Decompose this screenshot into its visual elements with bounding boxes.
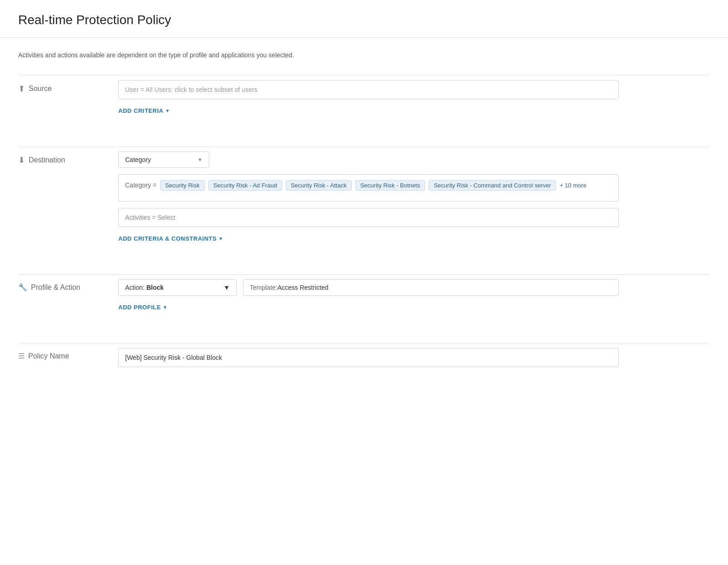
profile-action-section: 🔧 Profile & Action Action: Block ▼ Templ…: [18, 279, 710, 325]
destination-section: ⬇ Destination Category ▼ Category = Secu…: [18, 151, 710, 256]
tag-security-risk[interactable]: Security Risk: [160, 180, 205, 191]
profile-action-label: 🔧 Profile & Action: [18, 279, 118, 292]
source-icon: ⬆: [18, 84, 25, 94]
profile-action-content: Action: Block ▼ Template: Access Restric…: [118, 279, 619, 311]
divider-profile: [18, 274, 710, 275]
chevron-down-icon: ▼: [197, 157, 202, 162]
action-value-text: Block: [147, 284, 164, 291]
action-chevron-icon: ▼: [223, 284, 230, 291]
destination-content: Category ▼ Category = Security Risk Secu…: [118, 151, 619, 242]
add-criteria-constraints-arrow-icon: ▼: [218, 236, 223, 241]
add-criteria-constraints-button[interactable]: ADD CRITERIA & CONSTRAINTS ▼: [118, 235, 223, 242]
add-criteria-button[interactable]: ADD CRITERIA ▼: [118, 107, 170, 114]
add-criteria-arrow-icon: ▼: [165, 108, 170, 113]
divider-source: [18, 75, 710, 76]
action-label-text: Action:: [125, 284, 145, 291]
policy-name-icon: ☰: [18, 352, 25, 360]
page-content: Activities and actions available are dep…: [0, 38, 728, 565]
destination-label-text: Destination: [29, 156, 65, 164]
tag-security-risk-botnets[interactable]: Security Risk - Botnets: [355, 180, 425, 191]
destination-label: ⬇ Destination: [18, 151, 118, 165]
tag-security-risk-ad-fraud[interactable]: Security Risk - Ad Fraud: [208, 180, 282, 191]
profile-action-row: Action: Block ▼ Template: Access Restric…: [118, 279, 619, 296]
policy-name-section: ☰ Policy Name [Web] Security Risk - Glob…: [18, 348, 710, 381]
subtitle: Activities and actions available are dep…: [18, 51, 710, 59]
tag-security-risk-command-control[interactable]: Security Risk - Command and Control serv…: [429, 180, 556, 191]
page-title: Real-time Protection Policy: [18, 13, 710, 27]
category-dropdown-label: Category: [125, 156, 151, 163]
source-input-text: User = All Users: click to select subset…: [125, 86, 258, 93]
template-value-text: Access Restricted: [278, 284, 329, 291]
add-criteria-label: ADD CRITERIA: [118, 107, 163, 114]
profile-action-label-text: Profile & Action: [31, 283, 81, 292]
profile-action-icon: 🔧: [18, 283, 27, 292]
template-box: Template: Access Restricted: [243, 279, 619, 296]
add-profile-arrow-icon: ▼: [163, 305, 167, 310]
divider-policy-name: [18, 343, 710, 343]
category-tags-box: Category = Security Risk Security Risk -…: [118, 174, 619, 202]
add-profile-button[interactable]: ADD PROFILE ▼: [118, 304, 167, 311]
category-dropdown[interactable]: Category ▼: [118, 151, 209, 168]
source-section: ⬆ Source User = All Users: click to sele…: [18, 80, 710, 128]
add-criteria-constraints-label: ADD CRITERIA & CONSTRAINTS: [118, 235, 217, 242]
category-prefix: Category =: [125, 180, 157, 189]
policy-name-input[interactable]: [Web] Security Risk - Global Block: [118, 348, 619, 367]
destination-icon: ⬇: [18, 155, 25, 165]
more-tags-label[interactable]: + 10 more: [560, 180, 586, 189]
source-label-text: Source: [29, 85, 52, 93]
activities-placeholder: Activities = Select: [125, 214, 175, 221]
page-header: Real-time Protection Policy: [0, 0, 728, 38]
source-input[interactable]: User = All Users: click to select subset…: [118, 80, 619, 99]
policy-name-value: [Web] Security Risk - Global Block: [125, 354, 222, 361]
policy-name-label-text: Policy Name: [28, 352, 69, 360]
tag-security-risk-attack[interactable]: Security Risk - Attack: [286, 180, 352, 191]
action-text: Action: Block: [125, 284, 164, 291]
policy-name-label: ☰ Policy Name: [18, 348, 118, 360]
add-profile-label: ADD PROFILE: [118, 304, 161, 311]
activities-input[interactable]: Activities = Select: [118, 208, 619, 227]
source-content: User = All Users: click to select subset…: [118, 80, 619, 115]
divider-destination: [18, 146, 710, 147]
template-label-text: Template:: [250, 284, 278, 291]
source-label: ⬆ Source: [18, 80, 118, 94]
action-dropdown[interactable]: Action: Block ▼: [118, 279, 237, 296]
policy-name-content: [Web] Security Risk - Global Block: [118, 348, 619, 367]
